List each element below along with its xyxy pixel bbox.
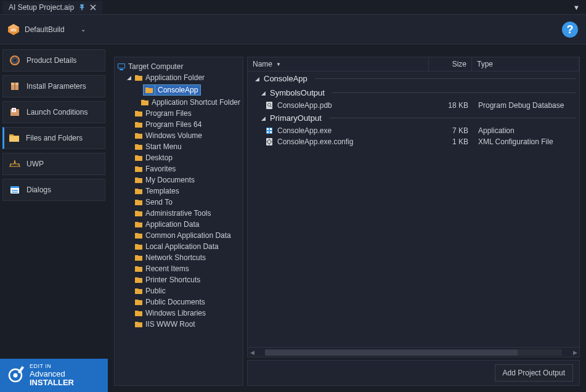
tree-folder[interactable]: Administrative Tools (126, 208, 240, 219)
editor-badge[interactable]: EDIT IN Advanced INSTALLER (0, 359, 108, 392)
tree-label: IIS WWW Root (145, 320, 195, 329)
nav-install-parameters[interactable]: Install Parameters (2, 75, 105, 97)
folder-icon (134, 165, 143, 173)
tree-folder[interactable]: Network Shortcuts (126, 252, 240, 263)
tree-folder[interactable]: Public Documents (126, 296, 240, 308)
tree-label: Network Shortcuts (145, 253, 206, 262)
tab-title: AI Setup Project.aip (9, 3, 74, 12)
tree-label: Common Application Data (145, 231, 231, 240)
nav-product-details[interactable]: Product Details (2, 49, 105, 71)
nav-dialogs[interactable]: Dialogs (2, 179, 105, 201)
tree-folder[interactable]: Windows Libraries (126, 308, 240, 319)
file-list: Name ▼ Size Type ◢ ConsoleApp ◢ SymbolsO… (247, 57, 580, 357)
tree-folder[interactable]: Send To (126, 197, 240, 208)
folder-icon (134, 142, 143, 151)
scroll-left-icon[interactable]: ◀ (248, 349, 256, 356)
tree-root[interactable]: Target Computer (117, 61, 240, 72)
tree-label: ConsoleApp (155, 84, 201, 96)
tree-folder[interactable]: Templates (126, 186, 240, 197)
folder-icon (140, 98, 149, 107)
build-dropdown[interactable]: MSI DefaultBuild ⌄ (7, 23, 86, 36)
folder-icon (9, 133, 20, 144)
horizontal-scrollbar[interactable]: ◀ ▶ (248, 347, 579, 357)
tree-shortcut-folder[interactable]: Application Shortcut Folder (126, 97, 240, 108)
svg-rect-16 (12, 190, 18, 191)
nav-label: Launch Conditions (26, 108, 87, 116)
tree-label: Templates (145, 187, 179, 195)
folder-icon (134, 120, 143, 129)
tree-folder[interactable]: Printer Shortcuts (126, 274, 240, 285)
tree-folder[interactable]: Windows Volume (126, 130, 240, 141)
help-icon[interactable]: ? (561, 21, 579, 38)
add-project-output-button[interactable]: Add Project Output (495, 364, 573, 382)
tree-label: Send To (145, 198, 173, 206)
col-size[interactable]: Size (429, 57, 472, 71)
collapse-icon[interactable]: ◢ (260, 90, 266, 96)
svg-text:?: ? (567, 23, 574, 36)
tree-folder[interactable]: Start Menu (126, 141, 240, 152)
tree-folder[interactable]: Local Application Data (126, 241, 240, 252)
folder-icon (134, 187, 143, 195)
tree-folder[interactable]: IIS WWW Root (126, 319, 240, 330)
file-body: ◢ ConsoleApp ◢ SymbolsOutput ConsoleApp.… (248, 71, 579, 347)
tree-folder[interactable]: Recent Items (126, 263, 240, 274)
right-panel: Name ▼ Size Type ◢ ConsoleApp ◢ SymbolsO… (247, 57, 580, 386)
tree-folder[interactable]: Program Files 64 (126, 119, 240, 130)
folder-icon (145, 86, 153, 94)
folder-icon (134, 320, 143, 329)
group-consoleapp[interactable]: ◢ ConsoleApp (248, 71, 579, 86)
tree-app-folder[interactable]: ◢ Application Folder (126, 72, 240, 83)
group-symbols[interactable]: ◢ SymbolsOutput (248, 86, 579, 100)
svg-rect-23 (120, 69, 123, 70)
folder-icon (134, 131, 143, 140)
collapse-icon[interactable]: ◢ (126, 75, 132, 81)
tree-folder[interactable]: Favorites (126, 163, 240, 174)
pdb-file-icon (265, 101, 274, 110)
tree-folder[interactable]: Application Data (126, 219, 240, 230)
svg-text:?: ? (13, 108, 15, 112)
tree-folder[interactable]: Public (126, 285, 240, 296)
group-primary[interactable]: ◢ PrimaryOutput (248, 111, 579, 125)
tree-console-app[interactable]: ConsoleApp (134, 83, 240, 97)
nav-label: UWP (26, 160, 44, 168)
project-tab[interactable]: AI Setup Project.aip (2, 1, 102, 14)
column-headers: Name ▼ Size Type (248, 57, 579, 71)
tab-menu-chevron-icon[interactable]: ▼ (573, 4, 580, 11)
file-row[interactable]: ConsoleApp.exe 7 KB Application (248, 125, 579, 136)
tree-label: Application Shortcut Folder (152, 98, 240, 107)
col-name[interactable]: Name ▼ (248, 57, 429, 71)
collapse-icon[interactable]: ◢ (260, 115, 266, 121)
svg-rect-24 (266, 102, 272, 109)
nav-label: Dialogs (26, 186, 51, 194)
tree-folder[interactable]: Program Files (126, 108, 240, 119)
nav-launch-conditions[interactable]: ? Launch Conditions (2, 101, 105, 123)
msi-icon: MSI (7, 23, 20, 36)
installer-label: INSTALLER (30, 378, 74, 387)
disc-icon (9, 55, 20, 66)
folder-icon (134, 276, 143, 284)
tree-label: Application Data (145, 220, 199, 229)
scroll-right-icon[interactable]: ▶ (571, 349, 579, 356)
col-type[interactable]: Type (472, 57, 579, 71)
dialogs-icon (9, 184, 20, 195)
folder-icon (134, 209, 143, 218)
pin-icon[interactable] (79, 4, 85, 10)
exe-file-icon (265, 126, 274, 135)
content: Target Computer ◢ Application Folder Con… (108, 44, 586, 392)
nav-uwp[interactable]: UWP (2, 153, 105, 175)
file-row[interactable]: ConsoleApp.exe.config 1 KB XML Configura… (248, 136, 579, 147)
sidebar: Product Details Install Parameters ? Lau… (0, 44, 108, 392)
tree-folder[interactable]: Common Application Data (126, 230, 240, 241)
file-row[interactable]: ConsoleApp.pdb 18 KB Program Debug Datab… (248, 100, 579, 111)
tree-label: Public Documents (145, 298, 205, 306)
tree-folder[interactable]: Desktop (126, 152, 240, 163)
tree-folder[interactable]: My Documents (126, 174, 240, 186)
main: Product Details Install Parameters ? Lau… (0, 44, 586, 392)
nav-files-folders[interactable]: Files and Folders (2, 127, 105, 149)
folder-icon (134, 231, 143, 240)
tree-label: Local Application Data (145, 242, 219, 251)
collapse-icon[interactable]: ◢ (254, 76, 260, 82)
close-icon[interactable] (90, 4, 96, 10)
svg-rect-22 (118, 64, 124, 68)
toolbar: MSI DefaultBuild ⌄ ? (0, 15, 586, 44)
